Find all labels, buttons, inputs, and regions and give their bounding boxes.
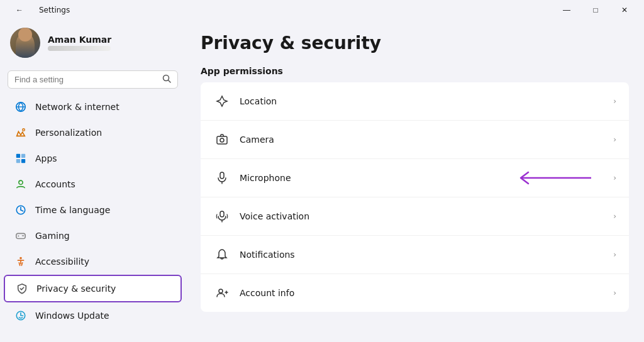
sidebar-item-apps[interactable]: Apps [4, 146, 182, 171]
time-icon [14, 203, 28, 217]
chevron-icon: › [613, 212, 616, 221]
svg-point-21 [220, 138, 224, 142]
svg-point-26 [219, 289, 223, 293]
sidebar-item-label: Privacy & security [36, 284, 116, 294]
app-body: Aman Kumar Network & internet Pe [0, 20, 644, 342]
update-icon [14, 309, 28, 323]
sidebar-item-privacy[interactable]: Privacy & security [4, 275, 182, 302]
accounts-icon [14, 177, 28, 191]
sidebar-item-accounts[interactable]: Accounts [4, 172, 182, 197]
sidebar-item-label: Time & language [35, 205, 110, 215]
chevron-icon: › [613, 135, 616, 144]
settings-item-label: Notifications [240, 250, 613, 260]
avatar [10, 28, 40, 58]
sidebar-item-label: Accounts [35, 179, 75, 189]
svg-point-9 [19, 180, 23, 184]
svg-point-18 [19, 257, 22, 260]
sidebar-item-accessibility[interactable]: Accessibility [4, 249, 182, 274]
app-title: Settings [39, 6, 70, 14]
accessibility-icon [14, 255, 28, 268]
titlebar-controls: — □ ✕ [552, 0, 639, 20]
maximize-button[interactable]: □ [581, 0, 610, 20]
svg-rect-24 [220, 211, 224, 217]
gaming-icon [14, 229, 28, 243]
search-input[interactable] [14, 75, 157, 84]
sidebar-item-label: Apps [35, 153, 57, 163]
sidebar-item-time[interactable]: Time & language [4, 197, 182, 223]
privacy-icon [15, 282, 29, 295]
chevron-icon: › [613, 174, 616, 182]
svg-line-12 [21, 210, 23, 211]
settings-item-label: Location [240, 96, 613, 106]
sidebar-item-label: Windows Update [35, 311, 109, 321]
back-button[interactable]: ← [5, 0, 34, 20]
main-panel: Privacy & security App permissions Locat… [186, 20, 644, 342]
sidebar: Aman Kumar Network & internet Pe [0, 20, 186, 342]
svg-line-1 [169, 80, 171, 83]
sidebar-item-label: Network & internet [35, 102, 119, 112]
settings-item-microphone[interactable]: Microphone › [201, 159, 629, 197]
settings-item-label: Voice activation [240, 211, 613, 221]
arrow-annotation [516, 168, 591, 187]
chevron-icon: › [613, 250, 616, 259]
svg-rect-22 [220, 172, 224, 179]
sidebar-item-personalization[interactable]: Personalization [4, 120, 182, 145]
settings-item-location[interactable]: Location › [201, 82, 629, 121]
avatar-head [18, 28, 32, 41]
microphone-icon [213, 169, 231, 187]
close-button[interactable]: ✕ [610, 0, 639, 20]
sidebar-item-network[interactable]: Network & internet [4, 94, 182, 119]
avatar-figure [16, 33, 35, 58]
settings-item-camera[interactable]: Camera › [201, 121, 629, 159]
sidebar-item-gaming[interactable]: Gaming [4, 223, 182, 248]
apps-icon [14, 152, 28, 165]
profile-subtitle [48, 46, 111, 51]
titlebar: ← Settings — □ ✕ [0, 0, 644, 20]
svg-rect-8 [21, 159, 25, 163]
sidebar-item-label: Personalization [35, 128, 102, 138]
chevron-icon: › [613, 289, 616, 297]
svg-rect-6 [21, 154, 25, 158]
sidebar-item-label: Gaming [35, 231, 70, 241]
svg-rect-20 [217, 136, 227, 144]
profile-info: Aman Kumar [48, 35, 111, 51]
search-container [0, 68, 186, 94]
svg-point-16 [22, 235, 23, 236]
titlebar-left: ← Settings [5, 0, 70, 20]
profile-section[interactable]: Aman Kumar [0, 20, 186, 68]
voice-icon [213, 207, 231, 225]
location-icon [213, 92, 231, 110]
svg-point-4 [23, 129, 25, 131]
search-box [8, 70, 178, 89]
personalization-icon [14, 126, 28, 140]
svg-point-17 [23, 235, 25, 236]
settings-item-voice[interactable]: Voice activation › [201, 197, 629, 236]
chevron-icon: › [613, 97, 616, 106]
sidebar-item-label: Accessibility [35, 256, 89, 267]
sidebar-item-update[interactable]: Windows Update [4, 303, 182, 328]
nav-list: Network & internet Personalization Apps … [0, 94, 186, 329]
page-title: Privacy & security [201, 33, 629, 53]
notifications-icon [213, 246, 231, 263]
svg-rect-7 [16, 159, 20, 163]
settings-item-account-info[interactable]: Account info › [201, 274, 629, 312]
account-info-icon [213, 284, 231, 302]
camera-icon [213, 131, 231, 148]
settings-item-notifications[interactable]: Notifications › [201, 236, 629, 274]
search-icon [162, 74, 171, 85]
section-title: App permissions [201, 66, 629, 76]
profile-name: Aman Kumar [48, 35, 111, 45]
settings-item-label: Account info [240, 288, 613, 298]
network-icon [14, 100, 28, 114]
settings-list: Location › Camera › Microphone › Voice a… [201, 82, 629, 312]
settings-item-label: Camera [240, 135, 613, 145]
minimize-button[interactable]: — [552, 0, 581, 20]
svg-rect-5 [16, 154, 20, 158]
